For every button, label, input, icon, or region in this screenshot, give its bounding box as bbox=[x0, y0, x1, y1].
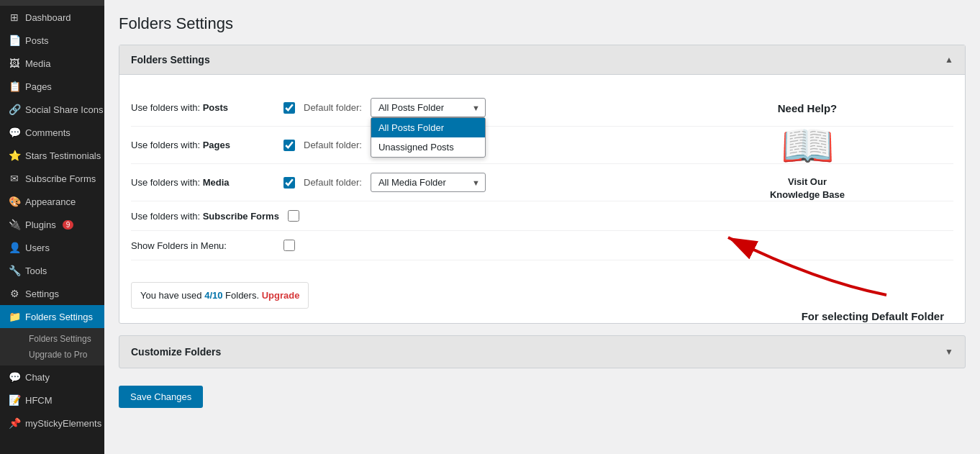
folders-panel-body: Use folders with: Posts Default folder: … bbox=[119, 75, 965, 323]
pages-default-label: Default folder: bbox=[304, 140, 362, 150]
sidebar: ⊞ Dashboard 📄 Posts 🖼 Media 📋 Pages 🔗 So… bbox=[0, 0, 104, 454]
sidebar-sub-menu: Folders Settings Upgrade to Pro bbox=[0, 328, 104, 366]
sidebar-item-media[interactable]: 🖼 Media bbox=[0, 52, 104, 75]
sidebar-item-label: HFCM bbox=[25, 395, 53, 406]
comments-icon: 💬 bbox=[9, 127, 20, 138]
sidebar-sub-upgrade[interactable]: Upgrade to Pro bbox=[20, 347, 104, 363]
plugins-icon: 🔌 bbox=[9, 219, 20, 230]
media-default-label: Default folder: bbox=[304, 177, 362, 188]
folders-icon: 📁 bbox=[9, 311, 20, 322]
sidebar-item-label: Tools bbox=[25, 265, 47, 276]
sidebar-item-label: Settings bbox=[25, 289, 59, 299]
media-icon: 🖼 bbox=[9, 58, 20, 69]
chaty-icon: 💬 bbox=[9, 371, 20, 383]
sidebar-item-stars-testimonials[interactable]: ⭐ Stars Testimonials bbox=[0, 144, 104, 167]
sidebar-item-users[interactable]: 👤 Users bbox=[0, 236, 104, 259]
sidebar-item-label: Appearance bbox=[25, 196, 76, 207]
dropdown-option-unassigned-posts[interactable]: Unassigned Posts bbox=[371, 137, 485, 157]
stars-icon: ⭐ bbox=[9, 150, 20, 161]
settings-icon: ⚙ bbox=[9, 288, 20, 299]
sidebar-item-label: Stars Testimonials bbox=[25, 150, 101, 161]
pages-icon: 📋 bbox=[9, 81, 20, 92]
sidebar-item-folders-settings[interactable]: 📁 Folders Settings bbox=[0, 305, 104, 328]
social-icon: 🔗 bbox=[9, 104, 20, 115]
subscribe-icon: ✉ bbox=[9, 173, 20, 184]
media-checkbox[interactable] bbox=[283, 177, 295, 189]
sidebar-item-dashboard[interactable]: ⊞ Dashboard bbox=[0, 6, 104, 29]
menu-checkbox[interactable] bbox=[283, 240, 295, 251]
chevron-down-icon: ▼ bbox=[945, 347, 953, 357]
sidebar-item-label: Chaty bbox=[25, 372, 50, 383]
sidebar-item-tools[interactable]: 🔧 Tools bbox=[0, 259, 104, 282]
save-changes-button[interactable]: Save Changes bbox=[119, 386, 203, 408]
sidebar-item-label: Media bbox=[25, 58, 50, 69]
sidebar-item-label: Folders Settings bbox=[25, 312, 93, 322]
upgrade-link[interactable]: Upgrade bbox=[262, 290, 300, 301]
posts-checkbox[interactable] bbox=[283, 102, 295, 114]
posts-folder-select[interactable]: All Posts Folder Unassigned Posts bbox=[371, 98, 486, 117]
sidebar-item-posts[interactable]: 📄 Posts bbox=[0, 29, 104, 52]
folders-panel-title: Folders Settings bbox=[131, 54, 210, 65]
main-content-area: Folders Settings ▲ Use folders with: Pos… bbox=[119, 45, 966, 408]
sidebar-item-label: Pages bbox=[25, 81, 52, 92]
usage-before: You have used bbox=[140, 290, 204, 301]
sidebar-item-comments[interactable]: 💬 Comments bbox=[0, 121, 104, 144]
subscribe-row: Use folders with: Subscribe Forms bbox=[131, 201, 953, 231]
usage-count: 4/10 bbox=[204, 290, 222, 301]
sidebar-item-hfcm[interactable]: 📝 HFCM bbox=[0, 389, 104, 412]
sidebar-item-label: Posts bbox=[25, 35, 49, 46]
customize-folders-panel: Customize Folders ▼ bbox=[119, 335, 966, 368]
sidebar-item-label: Users bbox=[25, 242, 50, 253]
usage-middle: Folders. bbox=[222, 290, 261, 301]
media-dropdown-wrapper: All Media Folder Unassigned Media ▼ bbox=[371, 173, 486, 192]
sidebar-sub-folders-settings[interactable]: Folders Settings bbox=[20, 331, 104, 347]
sidebar-item-chaty[interactable]: 💬 Chaty bbox=[0, 366, 104, 389]
posts-row: Use folders with: Posts Default folder: … bbox=[131, 89, 953, 127]
posts-default-label: Default folder: bbox=[304, 102, 362, 113]
hfcm-icon: 📝 bbox=[9, 394, 20, 406]
subscribe-label: Use folders with: Subscribe Forms bbox=[131, 211, 279, 222]
sidebar-item-subscribe-forms[interactable]: ✉ Subscribe Forms bbox=[0, 167, 104, 190]
media-folder-select[interactable]: All Media Folder Unassigned Media bbox=[371, 173, 486, 192]
sidebar-item-label: Plugins bbox=[25, 219, 56, 230]
folders-panel-header[interactable]: Folders Settings ▲ bbox=[119, 45, 965, 75]
page-title: Folders Settings bbox=[119, 14, 966, 33]
appearance-icon: 🎨 bbox=[9, 196, 20, 207]
sidebar-item-label: Social Share Icons bbox=[25, 104, 103, 115]
chevron-up-icon: ▲ bbox=[945, 55, 953, 65]
sidebar-item-appearance[interactable]: 🎨 Appearance bbox=[0, 190, 104, 213]
pages-label: Use folders with: Pages bbox=[131, 140, 275, 150]
posts-dropdown-open: All Posts Folder Unassigned Posts bbox=[371, 117, 486, 158]
customize-title: Customize Folders bbox=[131, 346, 221, 358]
pages-row: Use folders with: Pages Default folder: … bbox=[131, 127, 953, 164]
folders-settings-panel: Folders Settings ▲ Use folders with: Pos… bbox=[119, 45, 966, 324]
sticky-icon: 📌 bbox=[9, 417, 20, 429]
dashboard-icon: ⊞ bbox=[9, 12, 20, 23]
menu-label: Show Folders in Menu: bbox=[131, 240, 275, 251]
sidebar-item-mystickyelements[interactable]: 📌 myStickyElements bbox=[0, 412, 104, 435]
dropdown-option-all-posts[interactable]: All Posts Folder bbox=[371, 118, 485, 137]
tools-icon: 🔧 bbox=[9, 265, 20, 276]
usage-container: You have used 4/10 Folders. Upgrade bbox=[131, 271, 953, 309]
plugins-badge: 9 bbox=[63, 220, 74, 230]
sidebar-item-social-share-icons[interactable]: 🔗 Social Share Icons bbox=[0, 98, 104, 121]
sidebar-item-label: Subscribe Forms bbox=[25, 173, 96, 184]
posts-icon: 📄 bbox=[9, 35, 20, 46]
media-label: Use folders with: Media bbox=[131, 177, 275, 188]
sidebar-item-plugins[interactable]: 🔌 Plugins 9 bbox=[0, 213, 104, 236]
users-icon: 👤 bbox=[9, 242, 20, 253]
sidebar-item-pages[interactable]: 📋 Pages bbox=[0, 75, 104, 98]
customize-header[interactable]: Customize Folders ▼ bbox=[119, 336, 965, 368]
sidebar-item-label: Dashboard bbox=[25, 12, 71, 23]
sidebar-item-label: Comments bbox=[25, 127, 71, 138]
posts-label: Use folders with: Posts bbox=[131, 102, 275, 113]
usage-text: You have used 4/10 Folders. Upgrade bbox=[131, 282, 309, 309]
media-row: Use folders with: Media Default folder: … bbox=[131, 164, 953, 201]
subscribe-checkbox[interactable] bbox=[288, 210, 299, 222]
pages-checkbox[interactable] bbox=[283, 140, 295, 151]
menu-row: Show Folders in Menu: bbox=[131, 231, 953, 260]
sidebar-item-settings[interactable]: ⚙ Settings bbox=[0, 282, 104, 305]
main-content: Folders Settings Folders Settings ▲ Use … bbox=[104, 0, 980, 454]
sidebar-item-label: myStickyElements bbox=[25, 418, 101, 429]
posts-dropdown-wrapper: All Posts Folder Unassigned Posts ▼ All … bbox=[371, 98, 486, 117]
